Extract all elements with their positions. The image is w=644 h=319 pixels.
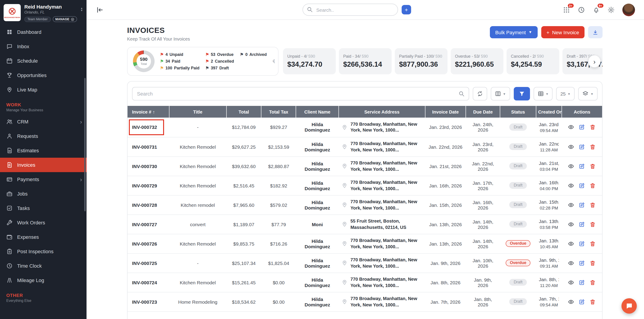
view-button[interactable] [568,124,574,130]
table-row[interactable]: INV-000723Home Remodeling$18,534.62$0.00… [128,292,602,311]
column-header-client-name[interactable]: Client Name [296,106,339,118]
settings-button[interactable] [608,6,615,13]
table-row[interactable]: INV-000724Kitchen Remodel$15,261.45$0.00… [128,272,602,292]
sidebar-scrollbar[interactable] [84,78,86,211]
columns-button[interactable]: ▼ [490,87,510,100]
sidebar-item-estimates[interactable]: Estimates [0,143,86,158]
filter-button[interactable] [514,87,530,100]
sidebar-item-post-inspections[interactable]: Post Inspections [0,244,86,258]
view-button[interactable] [568,163,574,169]
edit-button[interactable] [579,202,585,208]
invoice-number-cell[interactable]: INV-000732 [128,118,169,137]
invoice-number-cell[interactable]: INV-000729 [128,176,169,195]
history-button[interactable] [578,6,585,13]
table-view-button[interactable]: ▼ [533,87,553,100]
stat-card-cancelled[interactable]: Cancelled - 2/ 590$4,254.59 [506,48,559,74]
sidebar-item-live-map[interactable]: Live Map [0,82,86,97]
table-row[interactable]: INV-000729Kitchen Remodel$2,516.45$182.9… [128,176,602,195]
edit-button[interactable] [579,298,585,305]
bulk-payment-button[interactable]: Bulk Payment▼ [490,26,538,38]
table-row[interactable]: INV-000726Kitchen Remodel$9,853.75$716.2… [128,234,602,253]
apps-menu-button[interactable]: 2+ [563,6,570,13]
delete-button[interactable] [590,279,596,286]
column-header-service-address[interactable]: Service Address [339,106,425,118]
column-header-created-on[interactable]: Created On [536,106,562,118]
group-by-button[interactable]: ▼ [578,87,598,100]
table-row[interactable]: INV-000730Kitchen Remodel$39,632.60$2,88… [128,156,602,176]
edit-button[interactable] [579,124,585,130]
global-search-input[interactable] [302,4,398,16]
sidebar-item-opportunities[interactable]: Opportunities [0,68,86,82]
new-invoice-button[interactable]: +New Invoice [541,26,584,38]
table-search-input[interactable] [132,87,469,100]
view-button[interactable] [568,182,574,188]
invoice-number-cell[interactable]: INV-000724 [128,272,169,292]
sidebar-item-jobs[interactable]: Jobs [0,186,86,201]
delete-button[interactable] [590,182,596,188]
column-header-invoice-date[interactable]: Invoice Date [425,106,466,118]
sidebar-item-inbox[interactable]: Inbox [0,39,86,54]
column-header-due-date[interactable]: Due Date [466,106,500,118]
invoice-number-cell[interactable]: INV-000731 [128,137,169,156]
edit-button[interactable] [579,182,585,188]
invoice-number-cell[interactable]: INV-000726 [128,234,169,253]
table-row[interactable]: INV-000728Kitchen remodel$7,965.60$579.0… [128,195,602,214]
column-header-status[interactable]: Status [500,106,536,118]
page-size-select[interactable]: 25▼ [556,87,574,100]
column-header-total-tax[interactable]: Total Tax [262,106,296,118]
sidebar-item-payments[interactable]: Payments› [0,172,86,186]
edit-button[interactable] [579,221,585,227]
collapse-sidebar-button[interactable] [96,6,104,14]
carousel-next-button[interactable]: › [588,55,601,68]
column-header-title[interactable]: Title [169,106,226,118]
invoice-number-cell[interactable]: INV-000728 [128,195,169,214]
sidebar-item-work-orders[interactable]: Work Orders [0,215,86,230]
view-button[interactable] [568,221,574,227]
invoice-number-cell[interactable]: INV-000727 [128,214,169,234]
view-button[interactable] [568,240,574,247]
view-button[interactable] [568,202,574,208]
table-row[interactable]: INV-000727convert$1,189.07$77.79Moni55 F… [128,214,602,234]
user-avatar[interactable] [622,4,635,16]
delete-button[interactable] [590,260,596,266]
edit-button[interactable] [579,144,585,150]
table-row[interactable]: INV-000731Kitchen Remodel$29,627.25$2,15… [128,137,602,156]
column-header-invoice-[interactable]: Invoice # ↑ [128,106,169,118]
download-button[interactable] [588,26,602,38]
stat-card-unpaid[interactable]: Unpaid - 4/ 590$34,274.70 [283,48,336,74]
edit-button[interactable] [579,279,585,286]
delete-button[interactable] [590,240,596,247]
invoice-number-cell[interactable]: INV-000725 [128,253,169,272]
invoice-number-cell[interactable]: INV-000730 [128,156,169,176]
chat-fab-button[interactable] [622,298,637,314]
sidebar-item-invoices[interactable]: Invoices [0,158,86,172]
sidebar-item-time-clock[interactable]: Time Clock [0,258,86,273]
delete-button[interactable] [590,298,596,305]
quick-add-button[interactable] [401,5,411,14]
column-header-actions[interactable]: Actions [562,106,602,118]
notifications-button[interactable]: 9+ [592,6,600,13]
edit-button[interactable] [579,163,585,169]
table-row[interactable]: INV-000732-$12,784.09$929.27Hilda Doming… [128,118,602,137]
company-logo[interactable]: REIDHANDYMAN [4,4,21,21]
view-button[interactable] [568,260,574,266]
view-button[interactable] [568,298,574,305]
carousel-prev-icon[interactable]: ‹ [272,56,275,65]
stat-card-paid[interactable]: Paid - 34/ 590$266,536.14 [339,48,392,74]
view-button[interactable] [568,279,574,286]
delete-button[interactable] [590,144,596,150]
stat-card-overdue[interactable]: Overdue - 53/ 590$221,960.65 [450,48,503,74]
edit-button[interactable] [579,260,585,266]
delete-button[interactable] [590,221,596,227]
sidebar-item-crm[interactable]: CRM› [0,114,86,129]
sidebar-item-schedule[interactable]: Schedule [0,54,86,68]
delete-button[interactable] [590,202,596,208]
manage-button[interactable]: MANAGE [52,16,77,22]
sidebar-item-expenses[interactable]: Expenses [0,230,86,244]
workspace-switcher-icon[interactable]: ▲▼ [80,7,83,12]
sidebar-item-tasks[interactable]: Tasks [0,201,86,215]
sidebar-item-requests[interactable]: Requests [0,129,86,143]
stat-card-partially[interactable]: Partially Paid - 100/ 590$877,900.36 [394,48,447,74]
delete-button[interactable] [590,163,596,169]
sidebar-item-dashboard[interactable]: Dashboard [0,25,86,39]
